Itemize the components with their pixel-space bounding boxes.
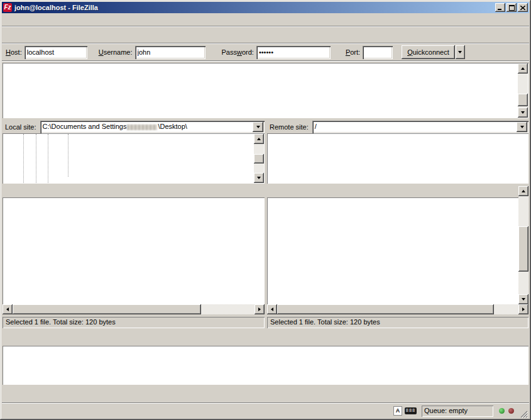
local-file-list	[3, 186, 265, 314]
log-scrollbar[interactable]	[518, 64, 528, 118]
scroll-down-button[interactable]	[254, 173, 264, 183]
local-status-text: Selected 1 file. Total size: 120 bytes	[3, 317, 265, 328]
local-directory-tree	[3, 133, 265, 184]
scroll-down-button[interactable]	[518, 108, 528, 118]
send-activity-led	[508, 408, 514, 414]
scroll-up-button[interactable]	[254, 134, 264, 144]
remote-directory-tree	[267, 133, 528, 184]
remote-site-combo[interactable]: /	[312, 121, 528, 133]
datatype-ascii-icon: A	[393, 406, 402, 416]
scroll-thumb[interactable]	[254, 154, 264, 163]
local-pane: Local site: C:\Documents and Settings\De…	[3, 121, 265, 328]
tree-guide-line	[36, 134, 36, 183]
local-site-combo[interactable]: C:\Documents and Settings\Desktop\	[40, 121, 265, 133]
maximize-button[interactable]	[506, 3, 517, 12]
scroll-thumb[interactable]	[277, 304, 494, 314]
chevron-down-icon	[458, 51, 462, 53]
password-label: Password:	[222, 48, 254, 56]
minimize-icon	[498, 5, 503, 10]
arrow-down-icon	[522, 298, 525, 301]
scroll-left-button[interactable]	[267, 304, 277, 314]
title-bar: Fz john@localhost - FileZilla	[2, 2, 529, 13]
quickconnect-button-label: Quickconnect	[407, 48, 449, 56]
chevron-down-icon	[256, 126, 260, 128]
arrow-right-icon	[258, 307, 261, 311]
username-input[interactable]	[135, 46, 205, 59]
remote-site-bar: Remote site: /	[267, 121, 528, 133]
arrow-down-icon	[257, 177, 261, 179]
filezilla-app-icon: Fz	[3, 3, 12, 12]
redacted-username	[127, 124, 157, 130]
port-input[interactable]	[363, 46, 393, 59]
queue-size-indicator: Queue: empty	[422, 406, 493, 417]
remote-file-list	[267, 186, 528, 314]
receive-activity-led	[499, 408, 505, 414]
local-site-bar: Local site: C:\Documents and Settings\De…	[3, 121, 265, 133]
quickconnect-button[interactable]: Quickconnect	[402, 45, 455, 59]
scroll-right-button[interactable]	[518, 304, 528, 314]
remote-status-text: Selected 1 file. Total size: 120 bytes	[267, 317, 528, 328]
quickconnect-bar: Host: Username: Password: Port: Quickcon…	[2, 43, 529, 62]
scroll-thumb[interactable]	[518, 226, 528, 272]
local-site-label: Local site:	[3, 123, 40, 131]
local-site-dropdown-button[interactable]	[253, 122, 263, 132]
scroll-right-button[interactable]	[255, 304, 265, 314]
transfer-queue-body[interactable]	[3, 346, 528, 385]
maximize-icon	[509, 5, 515, 11]
scroll-thumb[interactable]	[518, 94, 528, 106]
window-title: john@localhost - FileZilla	[14, 4, 494, 11]
password-input[interactable]	[256, 46, 331, 59]
arrow-left-icon	[6, 307, 9, 311]
scroll-thumb[interactable]	[13, 304, 201, 314]
arrow-left-icon	[271, 307, 273, 311]
arrow-down-icon	[521, 111, 525, 114]
transfer-queue-pane	[3, 331, 528, 385]
local-horizontal-scrollbar[interactable]	[3, 304, 265, 314]
status-bar: A 888 Queue: empty	[2, 402, 529, 418]
speed-limits-icon: 888	[405, 407, 417, 414]
scroll-up-button[interactable]	[518, 64, 528, 74]
close-icon	[520, 6, 525, 10]
tree-guide-line	[68, 134, 68, 177]
quickconnect-dropdown-button[interactable]	[456, 45, 465, 59]
remote-horizontal-scrollbar[interactable]	[267, 304, 528, 314]
resize-grip[interactable]	[520, 410, 528, 418]
host-input[interactable]	[25, 46, 87, 59]
arrow-up-icon	[522, 190, 525, 192]
filezilla-window: Fz john@localhost - FileZilla Host: User…	[0, 0, 531, 420]
remote-site-label: Remote site:	[267, 123, 312, 131]
arrow-up-icon	[521, 67, 525, 70]
remote-pane: Remote site: / Selected 1 file. Total	[267, 121, 528, 328]
arrow-up-icon	[257, 138, 261, 140]
close-button[interactable]	[518, 3, 528, 12]
tree-guide-line	[23, 134, 24, 183]
toolbar	[2, 26, 529, 43]
scroll-up-button[interactable]	[518, 186, 528, 196]
port-label: Port:	[346, 48, 360, 56]
local-site-path: C:\Documents and Settings\Desktop\	[40, 121, 251, 133]
username-label: Username:	[99, 48, 133, 56]
remote-site-dropdown-button[interactable]	[517, 122, 527, 132]
scroll-left-button[interactable]	[3, 304, 13, 314]
chevron-down-icon	[520, 126, 524, 128]
remote-list-scrollbar[interactable]	[518, 186, 528, 304]
minimize-button[interactable]	[495, 3, 505, 12]
tree-guide-line	[48, 134, 48, 183]
local-tree-scrollbar[interactable]	[254, 134, 264, 183]
message-log	[3, 63, 528, 118]
menu-bar	[2, 13, 529, 26]
host-label: Host:	[6, 48, 22, 56]
scroll-down-button[interactable]	[518, 294, 528, 304]
remote-site-path: /	[312, 121, 515, 133]
arrow-right-icon	[522, 307, 525, 311]
